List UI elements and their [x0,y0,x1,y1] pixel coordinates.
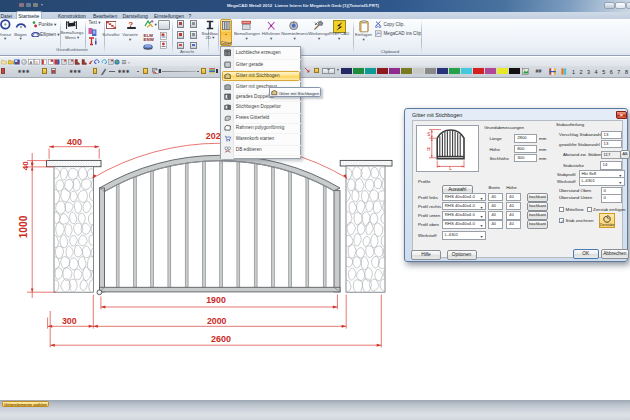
svg-text:400: 400 [67,137,82,147]
svg-text:L: L [449,166,452,170]
svg-text:S: S [427,132,430,137]
svg-text:40: 40 [21,161,30,170]
svg-text:300: 300 [62,316,77,326]
svg-text:1900: 1900 [206,295,226,305]
svg-text:D: D [36,59,39,64]
svg-text:1000: 1000 [18,215,29,238]
svg-text:2000: 2000 [207,316,227,326]
svg-text:2600: 2600 [211,334,231,344]
svg-text:A: A [29,59,32,64]
svg-text:H: H [427,147,430,152]
